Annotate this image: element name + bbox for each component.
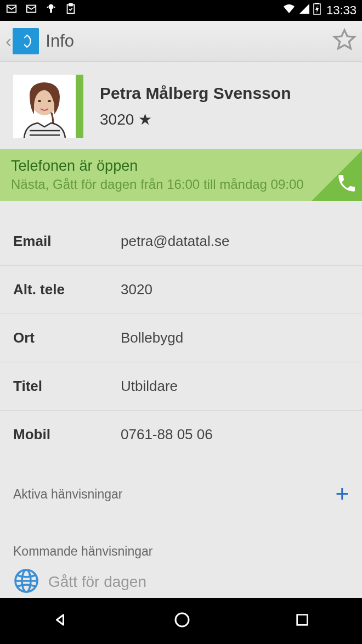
- svg-rect-20: [297, 615, 308, 625]
- notification-icon: [5, 3, 18, 18]
- contact-extension: 3020 ★: [100, 110, 291, 128]
- nav-recent-button[interactable]: [293, 611, 311, 631]
- clock-text: 13:33: [326, 3, 357, 18]
- profile-header: Petra Målberg Svensson 3020 ★: [0, 61, 362, 149]
- android-nav-bar: [0, 598, 362, 644]
- favorite-button[interactable]: [332, 28, 357, 54]
- signal-icon: [299, 3, 310, 18]
- android-status-bar: 13:33: [0, 0, 362, 21]
- nav-home-button[interactable]: [172, 610, 192, 632]
- back-icon[interactable]: ‹: [5, 30, 12, 52]
- star-icon: ★: [138, 110, 152, 128]
- svg-point-12: [38, 100, 41, 102]
- svg-point-2: [48, 4, 53, 9]
- presence-next-text: Nästa, Gått för dagen från 16:00 till må…: [11, 177, 351, 192]
- detail-row-ort[interactable]: Ort Bollebygd: [0, 314, 362, 362]
- svg-point-19: [176, 613, 189, 626]
- detail-row-mobil[interactable]: Mobil 0761-88 05 06: [0, 411, 362, 458]
- svg-rect-3: [50, 9, 52, 13]
- app-icon[interactable]: [13, 28, 39, 54]
- action-bar: ‹ Info: [0, 21, 362, 61]
- nav-back-button[interactable]: [51, 610, 71, 632]
- globe-icon: [13, 568, 48, 596]
- upcoming-referrals-header: Kommande hänvisningar: [0, 511, 362, 562]
- svg-rect-9: [315, 3, 319, 4]
- wifi-icon: [282, 3, 296, 18]
- presence-banner[interactable]: Telefonen är öppen Nästa, Gått för dagen…: [0, 149, 362, 201]
- assignment-icon: [65, 3, 77, 18]
- detail-row-titel[interactable]: Titel Utbildare: [0, 362, 362, 411]
- svg-line-4: [47, 7, 48, 8]
- svg-rect-7: [69, 4, 72, 6]
- add-referral-button[interactable]: +: [335, 483, 349, 506]
- page-title: Info: [46, 31, 74, 51]
- battery-icon: [313, 3, 321, 18]
- avatar: [13, 75, 76, 138]
- section-title: Aktiva hänvisningar: [13, 487, 122, 502]
- detail-row-alt-tele[interactable]: Alt. tele 3020: [0, 266, 362, 314]
- contact-details: Email petra@datatal.se Alt. tele 3020 Or…: [0, 201, 362, 458]
- upcoming-item[interactable]: Gått för dagen: [0, 562, 362, 602]
- presence-status-text: Telefonen är öppen: [11, 158, 351, 175]
- notification-icon: [25, 3, 37, 18]
- section-title: Kommande hänvisningar: [13, 544, 152, 559]
- debug-icon: [45, 3, 57, 18]
- detail-row-email[interactable]: Email petra@datatal.se: [0, 217, 362, 266]
- upcoming-item-label: Gått för dagen: [48, 573, 146, 591]
- svg-point-13: [48, 100, 51, 102]
- active-referrals-header: Aktiva hänvisningar +: [0, 458, 362, 511]
- svg-line-5: [54, 7, 55, 8]
- presence-stripe: [76, 75, 83, 138]
- contact-name: Petra Målberg Svensson: [100, 84, 291, 103]
- call-button[interactable]: [336, 172, 358, 197]
